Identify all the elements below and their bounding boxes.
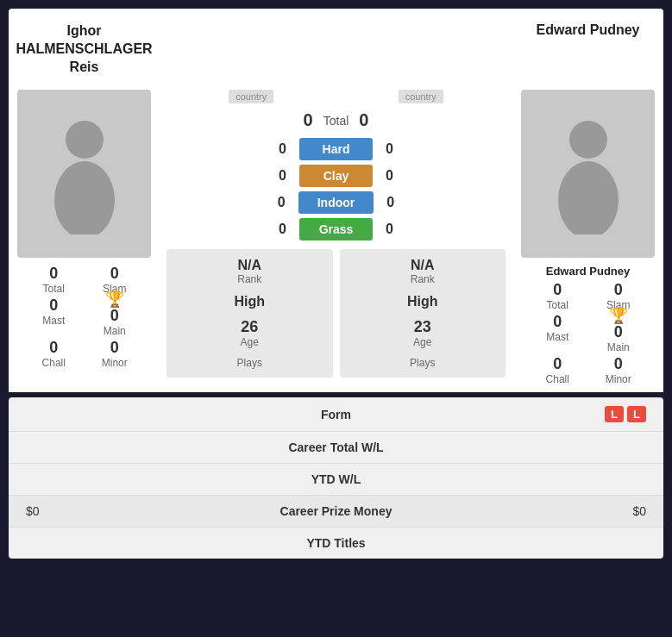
form-badge-2: L (627, 406, 646, 422)
right-player-name-area: Edward Pudney (512, 16, 663, 83)
country-row: country country (166, 90, 506, 103)
left-stat-total: 0 Total (24, 265, 84, 295)
center-score-left: 0 (304, 110, 313, 130)
bottom-section: Form L L Career Total W/L YTD W/L $0 Car… (9, 397, 663, 559)
total-score-row: 0 Total 0 (304, 110, 369, 130)
form-badges-container: L L (577, 406, 646, 422)
top-area: 0 Total 0 Slam 0 Mast 🏆 0 Main (9, 83, 663, 392)
left-stat-main: 🏆 0 Main (85, 297, 145, 337)
names-strip: Ighor HALMENSCHLAGER Reis Edward Pudney (9, 9, 663, 83)
left-player-photo (17, 90, 151, 258)
right-rank-cell: N/A Rank (347, 258, 499, 285)
surface-row-indoor: 0 Indoor 0 (166, 191, 506, 214)
form-badge-1: L (605, 406, 624, 422)
prize-left: $0 (26, 504, 95, 518)
prize-row: $0 Career Prize Money $0 (9, 496, 663, 528)
grass-button[interactable]: Grass (299, 218, 373, 240)
left-player-col: 0 Total 0 Slam 0 Mast 🏆 0 Main (9, 83, 160, 392)
center-top-spacer (160, 16, 512, 83)
right-stat-minor: 0 Minor (589, 355, 649, 385)
right-trophy-icon: 🏆 (609, 307, 628, 324)
left-age-cell: 26 Age (173, 318, 326, 348)
right-stat-main: 🏆 0 Main (589, 313, 649, 353)
clay-button[interactable]: Clay (299, 165, 373, 187)
grass-score-right: 0 (386, 222, 393, 237)
hard-score-right: 0 (386, 141, 393, 157)
right-plays-cell: Plays (347, 357, 499, 369)
right-stat-total: 0 Total (528, 281, 587, 311)
grass-score-left: 0 (279, 222, 286, 237)
ytd-titles-row: YTD Titles (9, 528, 663, 559)
right-country: country (399, 90, 443, 103)
career-wl-label: Career Total W/L (288, 440, 383, 454)
right-player-silhouette (545, 114, 631, 234)
center-stats-panels: N/A Rank High 26 Age Plays (166, 249, 506, 378)
ytd-wl-label: YTD W/L (311, 472, 361, 486)
left-rank-cell: N/A Rank (173, 258, 326, 285)
svg-point-3 (558, 161, 619, 234)
left-stat-mast: 0 Mast (24, 297, 84, 337)
right-high-cell: High (347, 294, 499, 309)
right-stat-chall: 0 Chall (528, 355, 587, 385)
surface-row-hard: 0 Hard 0 (166, 138, 506, 160)
indoor-score-right: 0 (386, 195, 394, 210)
right-player-name: Edward Pudney (516, 22, 660, 38)
left-trophy-icon: 🏆 (105, 290, 124, 308)
prize-right: $0 (577, 504, 646, 518)
surfaces-area: 0 Hard 0 0 Clay 0 0 Indoor 0 (166, 138, 506, 240)
left-stat-minor: 0 Minor (85, 339, 145, 369)
surface-row-clay: 0 Clay 0 (166, 165, 506, 187)
prize-label: Career Prize Money (95, 504, 577, 518)
svg-point-0 (66, 121, 104, 159)
svg-point-1 (54, 161, 115, 234)
ytd-wl-row: YTD W/L (9, 464, 663, 496)
left-player-name-area: Ighor HALMENSCHLAGER Reis (9, 16, 160, 83)
right-player-name-card: Edward Pudney (546, 265, 631, 278)
hard-button[interactable]: Hard (299, 138, 373, 160)
indoor-button[interactable]: Indoor (298, 191, 374, 214)
left-country: country (229, 90, 273, 103)
left-high-cell: High (173, 294, 326, 309)
surface-row-grass: 0 Grass 0 (166, 218, 506, 240)
clay-score-right: 0 (386, 168, 393, 184)
right-player-col: Edward Pudney 0 Total 0 Slam 0 Mast 🏆 (512, 83, 663, 392)
right-center-stats-panel: N/A Rank High 23 Age Plays (340, 249, 506, 378)
right-stat-mast: 0 Mast (528, 313, 587, 353)
indoor-score-left: 0 (278, 195, 286, 210)
career-wl-row: Career Total W/L (9, 432, 663, 464)
hard-score-left: 0 (279, 141, 286, 157)
left-center-stats-panel: N/A Rank High 26 Age Plays (166, 249, 333, 378)
right-player-photo (521, 90, 655, 258)
center-score-right: 0 (359, 110, 368, 130)
left-plays-cell: Plays (173, 357, 326, 369)
form-label: Form (95, 408, 577, 422)
right-age-cell: 23 Age (347, 318, 499, 348)
left-stat-chall: 0 Chall (24, 339, 84, 369)
clay-score-left: 0 (279, 168, 286, 184)
left-stats-grid: 0 Total 0 Slam 0 Mast 🏆 0 Main (17, 265, 151, 376)
ytd-titles-label: YTD Titles (306, 536, 365, 550)
left-player-name: Ighor HALMENSCHLAGER Reis (12, 22, 156, 76)
center-col: country country 0 Total 0 0 Hard 0 0 (160, 83, 512, 392)
right-stats-grid: 0 Total 0 Slam 0 Mast 🏆 0 Main (521, 281, 655, 392)
left-player-silhouette (41, 114, 128, 234)
center-total-label: Total (323, 114, 349, 128)
form-row: Form L L (9, 397, 663, 432)
page-wrapper: Ighor HALMENSCHLAGER Reis Edward Pudney … (0, 0, 672, 567)
svg-point-2 (569, 121, 607, 159)
